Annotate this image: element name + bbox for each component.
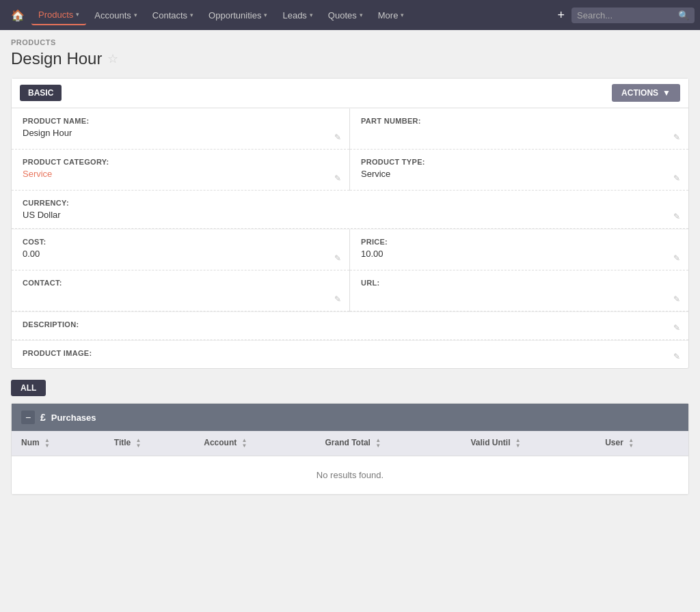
product-type-edit-icon[interactable]: ✎	[673, 173, 680, 183]
nav-products-chevron: ▾	[76, 11, 79, 18]
nav-quotes[interactable]: Quotes ▾	[321, 6, 370, 25]
product-image-label: PRODUCT IMAGE:	[23, 349, 677, 357]
sort-arrows-num: ▲▼	[44, 438, 50, 449]
all-section: ALL − £ Purchases Num ▲▼ Title	[11, 380, 689, 495]
sort-arrows-user: ▲▼	[628, 438, 634, 449]
purchases-header: − £ Purchases	[12, 404, 688, 431]
url-edit-icon[interactable]: ✎	[673, 294, 680, 304]
nav-contacts[interactable]: Contacts ▾	[146, 6, 200, 25]
page-content: PRODUCTS Design Hour ☆ BASIC ACTIONS ▼ P…	[0, 30, 700, 503]
basic-panel: BASIC ACTIONS ▼ PRODUCT NAME: Design Hou…	[11, 78, 689, 369]
nav-opportunities-chevron: ▾	[264, 12, 267, 18]
product-name-field: PRODUCT NAME: Design Hour ✎	[12, 109, 349, 150]
contact-label: CONTACT:	[23, 279, 338, 287]
product-type-value: Service	[361, 169, 677, 179]
nav-leads[interactable]: Leads ▾	[275, 6, 319, 25]
actions-label: ACTIONS	[621, 88, 658, 98]
description-field: DESCRIPTION: ✎	[12, 311, 688, 340]
contact-edit-icon[interactable]: ✎	[334, 294, 341, 304]
cost-edit-icon[interactable]: ✎	[334, 253, 341, 263]
contact-field: CONTACT: ✎	[12, 270, 349, 311]
nav-opportunities-label: Opportunities	[208, 10, 261, 20]
product-category-value[interactable]: Service	[23, 169, 338, 179]
col-num[interactable]: Num ▲▼	[12, 431, 105, 456]
currency-label: CURRENCY:	[23, 199, 677, 207]
nav-accounts[interactable]: Accounts ▾	[88, 6, 144, 25]
sort-arrows-account: ▲▼	[242, 438, 247, 449]
page-title: Design Hour	[11, 49, 102, 68]
nav-more-chevron: ▾	[401, 12, 404, 18]
product-category-edit-icon[interactable]: ✎	[334, 173, 341, 183]
breadcrumb: PRODUCTS	[11, 38, 689, 46]
product-category-label: PRODUCT CATEGORY:	[23, 158, 338, 166]
nav-products[interactable]: Products ▾	[31, 5, 86, 25]
form-grid: PRODUCT NAME: Design Hour ✎ PRODUCT CATE…	[12, 108, 688, 191]
nav-products-label: Products	[38, 10, 73, 20]
product-type-field: PRODUCT TYPE: Service ✎	[350, 150, 688, 191]
cost-price-grid: COST: 0.00 ✎ CONTACT: ✎ PRICE: 10.00 ✎ U…	[12, 229, 688, 311]
nav-leads-chevron: ▾	[310, 12, 313, 18]
nav-contacts-label: Contacts	[152, 10, 187, 20]
col-valid-until[interactable]: Valid Until ▲▼	[461, 431, 595, 456]
purchases-table: Num ▲▼ Title ▲▼ Account ▲▼ Grand Total	[12, 431, 688, 495]
nav-more[interactable]: More ▾	[371, 6, 412, 25]
sort-arrows-valid-until: ▲▼	[515, 438, 521, 449]
table-header-row: Num ▲▼ Title ▲▼ Account ▲▼ Grand Total	[12, 431, 688, 456]
col-account[interactable]: Account ▲▼	[194, 431, 315, 456]
basic-badge: BASIC	[20, 85, 62, 101]
pound-icon: £	[40, 412, 46, 423]
no-results-row: No results found.	[12, 456, 688, 495]
price-label: PRICE:	[361, 238, 677, 246]
home-button[interactable]: 🏠	[5, 5, 30, 26]
nav-quotes-label: Quotes	[328, 10, 357, 20]
url-field: URL: ✎	[350, 270, 688, 311]
price-col: PRICE: 10.00 ✎ URL: ✎	[350, 230, 688, 311]
no-results-text: No results found.	[12, 456, 688, 495]
cost-value: 0.00	[23, 249, 338, 259]
description-edit-icon[interactable]: ✎	[673, 323, 680, 333]
search-icon: 🔍	[678, 10, 689, 20]
cost-col: COST: 0.00 ✎ CONTACT: ✎	[12, 230, 350, 311]
currency-field: CURRENCY: US Dollar ✎	[12, 191, 688, 229]
actions-button[interactable]: ACTIONS ▼	[612, 84, 680, 102]
form-left: PRODUCT NAME: Design Hour ✎ PRODUCT CATE…	[12, 109, 350, 191]
product-name-edit-icon[interactable]: ✎	[334, 133, 341, 142]
collapse-button[interactable]: −	[21, 411, 35, 424]
purchases-panel: − £ Purchases Num ▲▼ Title ▲▼	[11, 403, 689, 495]
favorite-icon[interactable]: ☆	[107, 51, 118, 66]
add-button[interactable]: +	[552, 5, 570, 25]
currency-value: US Dollar	[23, 210, 677, 220]
all-badge: ALL	[11, 380, 46, 396]
sort-arrows-title: ▲▼	[136, 438, 142, 449]
cost-label: COST:	[23, 238, 338, 246]
description-label: DESCRIPTION:	[23, 320, 677, 329]
price-edit-icon[interactable]: ✎	[673, 253, 680, 263]
col-grand-total[interactable]: Grand Total ▲▼	[315, 431, 461, 456]
part-number-edit-icon[interactable]: ✎	[673, 133, 680, 142]
nav-opportunities[interactable]: Opportunities ▾	[202, 6, 274, 25]
nav-more-label: More	[378, 10, 399, 20]
purchases-title: Purchases	[51, 413, 96, 423]
nav-quotes-chevron: ▾	[360, 12, 363, 18]
page-title-container: Design Hour ☆	[11, 49, 689, 68]
product-name-value: Design Hour	[23, 128, 338, 138]
url-label: URL:	[361, 279, 677, 287]
product-type-label: PRODUCT TYPE:	[361, 158, 677, 166]
product-category-field: PRODUCT CATEGORY: Service ✎	[12, 150, 349, 191]
nav-leads-label: Leads	[282, 10, 306, 20]
currency-edit-icon[interactable]: ✎	[673, 212, 680, 221]
part-number-field: PART NUMBER: ✎	[350, 109, 688, 150]
search-input[interactable]	[577, 10, 674, 20]
product-image-edit-icon[interactable]: ✎	[673, 352, 680, 361]
panel-header: BASIC ACTIONS ▼	[12, 79, 688, 108]
col-title[interactable]: Title ▲▼	[105, 431, 194, 456]
nav-contacts-chevron: ▾	[190, 12, 193, 18]
search-box: 🔍	[571, 8, 695, 23]
navbar: 🏠 Products ▾ Accounts ▾ Contacts ▾ Oppor…	[0, 0, 700, 30]
price-value: 10.00	[361, 249, 677, 259]
nav-accounts-chevron: ▾	[134, 12, 137, 18]
cost-field: COST: 0.00 ✎	[12, 230, 349, 270]
form-right: PART NUMBER: ✎ PRODUCT TYPE: Service ✎	[350, 109, 688, 191]
actions-chevron: ▼	[662, 88, 671, 98]
col-user[interactable]: User ▲▼	[595, 431, 688, 456]
